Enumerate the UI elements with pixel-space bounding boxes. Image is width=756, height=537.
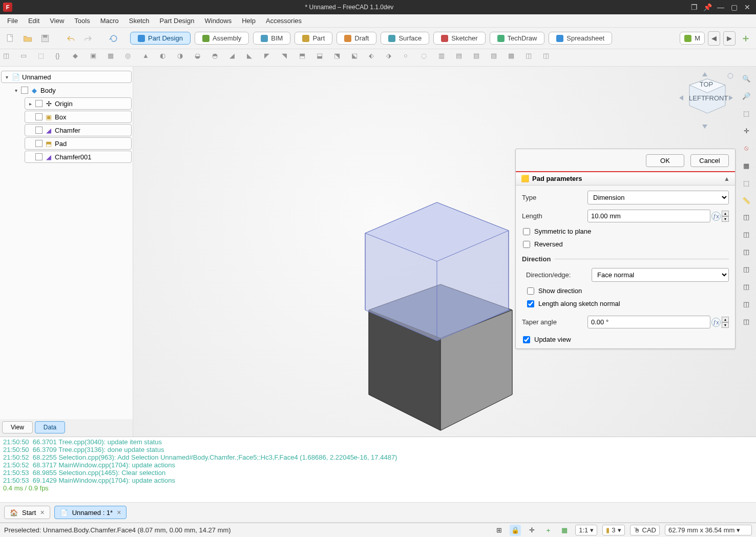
nav-cube[interactable]: TOP LEFT FRONT (669, 70, 736, 131)
tool-icon-0[interactable]: ◫ (3, 52, 15, 64)
menu-sketch[interactable]: Sketch (125, 16, 154, 26)
refresh-icon[interactable] (107, 31, 121, 46)
visibility-checkbox[interactable] (35, 140, 43, 147)
workbench-part[interactable]: Part (295, 32, 332, 45)
updateview-checkbox[interactable] (523, 336, 530, 343)
tool-icon-27[interactable]: ▧ (473, 52, 486, 64)
tool-icon-17[interactable]: ⬒ (299, 52, 311, 64)
redo-icon[interactable] (81, 31, 95, 46)
tool-icon-10[interactable]: ◑ (177, 52, 190, 64)
tab-start[interactable]: 🏠 Start × (4, 506, 50, 519)
zoom-rect-icon[interactable]: ⬚ (740, 176, 753, 190)
menu-help[interactable]: Help (238, 16, 260, 26)
close-icon[interactable]: × (117, 508, 121, 517)
iso-view-icon[interactable]: ⬚ (740, 107, 753, 120)
view-top-icon[interactable]: ◫ (740, 245, 753, 258)
visibility-checkbox[interactable] (35, 100, 43, 107)
tree-item-pad[interactable]: ▸ ⬒ Pad (25, 137, 132, 150)
length-spinner[interactable]: ▴▾ (722, 211, 729, 222)
symmetric-checkbox[interactable] (523, 228, 530, 235)
tool-icon-13[interactable]: ◢ (229, 52, 242, 64)
tab-view[interactable]: View (2, 421, 33, 433)
tree-item-chamfer[interactable]: ▸ ◢ Chamfer (25, 124, 132, 136)
view-iso-icon[interactable]: ◫ (740, 210, 753, 223)
task-header[interactable]: 🟨 Pad parameters ▲ (516, 171, 735, 185)
chevron-down-icon[interactable]: ▾ (4, 74, 10, 80)
taper-input[interactable] (587, 316, 710, 328)
workbench-overflow[interactable]: M (680, 32, 705, 45)
open-file-icon[interactable] (20, 31, 35, 46)
add-workbench-icon[interactable]: ＋ (739, 31, 753, 46)
menu-macro[interactable]: Macro (96, 16, 123, 26)
tool-icon-14[interactable]: ◣ (247, 52, 259, 64)
menu-file[interactable]: File (3, 16, 22, 26)
tool-icon-16[interactable]: ◥ (282, 52, 294, 64)
layer-select[interactable]: ▮3▾ (602, 525, 624, 535)
workbench-spreadsheet[interactable]: Spreadsheet (549, 32, 612, 45)
expression-icon[interactable]: ƒx (711, 318, 721, 327)
close-icon[interactable]: × (40, 508, 44, 517)
nav-style[interactable]: 🖱CAD (630, 525, 660, 535)
snap-endpoint-icon[interactable]: ✛ (526, 525, 537, 536)
snap-lock-icon[interactable]: 🔒 (510, 525, 521, 536)
tab-data[interactable]: Data (35, 421, 65, 433)
window-max-icon[interactable]: ▢ (728, 2, 740, 13)
tree-item-origin[interactable]: ▸ ✢ Origin (25, 97, 132, 110)
tree-body[interactable]: ▾ ◆ Body (10, 84, 132, 96)
tool-icon-28[interactable]: ▨ (491, 52, 503, 64)
tool-icon-24[interactable]: ◌ (421, 52, 433, 64)
snap-plane-icon[interactable]: ▦ (559, 525, 570, 536)
tool-icon-25[interactable]: ▥ (438, 52, 451, 64)
tree-root[interactable]: ▾ 📄 Unnamed (1, 71, 132, 83)
workbench-assembly[interactable]: Assembly (195, 32, 249, 45)
tool-icon-2[interactable]: ⬚ (38, 52, 50, 64)
save-file-icon[interactable] (38, 31, 52, 46)
tool-icon-8[interactable]: ▲ (142, 52, 155, 64)
wb-nav-left[interactable]: ◀ (708, 31, 720, 46)
view-left-icon[interactable]: ◫ (740, 315, 753, 328)
tool-icon-29[interactable]: ▩ (508, 52, 520, 64)
workbench-partdesign[interactable]: Part Design (130, 32, 191, 45)
tool-icon-19[interactable]: ⬔ (334, 52, 346, 64)
reversed-checkbox[interactable] (523, 241, 530, 248)
menu-tools[interactable]: Tools (70, 16, 94, 26)
window-multi-icon[interactable]: ❐ (688, 2, 700, 13)
tool-icon-5[interactable]: ▣ (90, 52, 102, 64)
tool-icon-3[interactable]: {} (55, 52, 68, 64)
tool-icon-7[interactable]: ◎ (125, 52, 137, 64)
window-pin-icon[interactable]: 📌 (702, 2, 713, 13)
tree-item-box[interactable]: ▸ ▣ Box (25, 111, 132, 123)
zoom-selection-icon[interactable]: 🔎 (740, 89, 753, 102)
report-view[interactable]: 21:50:50 66.3701 Tree.cpp(3040): update … (0, 437, 756, 502)
view-bottom-icon[interactable]: ◫ (740, 297, 753, 311)
tool-icon-22[interactable]: ⬗ (386, 52, 398, 64)
tool-icon-1[interactable]: ▭ (20, 52, 33, 64)
menu-edit[interactable]: Edit (24, 16, 44, 26)
wireframe-icon[interactable]: ▦ (740, 159, 753, 172)
tab-unnamed[interactable]: 📄 Unnamed : 1* × (54, 506, 127, 519)
tool-icon-26[interactable]: ▤ (456, 52, 468, 64)
tool-icon-18[interactable]: ⬓ (317, 52, 329, 64)
tool-icon-20[interactable]: ⬕ (351, 52, 364, 64)
ok-button[interactable]: OK (646, 154, 684, 167)
tool-icon-23[interactable]: ○ (404, 52, 416, 64)
length-input[interactable] (587, 210, 710, 222)
tool-icon-6[interactable]: ▦ (108, 52, 120, 64)
tool-icon-9[interactable]: ◐ (160, 52, 172, 64)
showdir-checkbox[interactable] (527, 287, 534, 295)
tool-icon-4[interactable]: ◆ (73, 52, 85, 64)
3d-viewport[interactable]: TOP LEFT FRONT 🔍 🔎 ⬚ ✛ ⦸ ▦ ⬚ 📏 ◫ ◫ ◫ (133, 67, 756, 437)
view-rear-icon[interactable]: ◫ (740, 280, 753, 293)
type-select[interactable]: Dimension (587, 191, 729, 204)
visibility-checkbox[interactable] (35, 153, 43, 160)
new-file-icon[interactable] (3, 31, 17, 46)
visibility-checkbox[interactable] (35, 113, 43, 120)
chevron-down-icon[interactable]: ▾ (13, 88, 19, 93)
expression-icon[interactable]: ƒx (711, 212, 721, 221)
workbench-sketcher[interactable]: Sketcher (433, 32, 485, 45)
tool-icon-31[interactable]: ◫ (543, 52, 555, 64)
window-min-icon[interactable]: — (715, 2, 726, 13)
chevron-right-icon[interactable]: ▸ (27, 101, 33, 107)
axis-icon[interactable]: ✛ (740, 124, 753, 137)
tool-icon-30[interactable]: ◫ (526, 52, 538, 64)
